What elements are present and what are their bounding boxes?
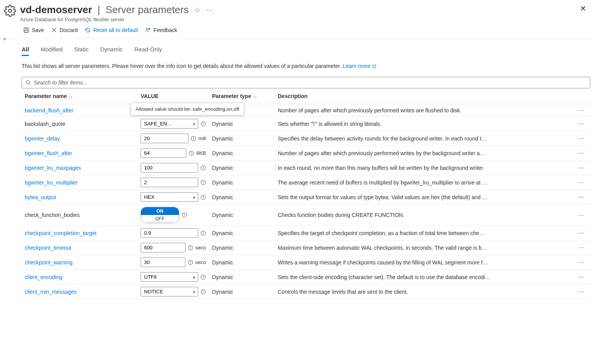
save-icon [23, 27, 29, 33]
title-separator: | [97, 4, 100, 16]
more-actions-icon[interactable]: ⋯ [206, 6, 213, 14]
info-icon[interactable] [189, 151, 194, 156]
expand-sidebar-icon[interactable]: » [3, 36, 6, 42]
row-more-icon[interactable]: ⋯ [578, 120, 584, 127]
sort-icon[interactable]: ↑↓ [68, 94, 73, 99]
row-more-icon[interactable]: ⋯ [578, 274, 584, 280]
col-header-desc[interactable]: Description [275, 88, 575, 104]
param-type: Dynamic [209, 117, 275, 131]
param-value-select[interactable]: SAFE_EN… [141, 119, 198, 129]
param-description: Writes a warning message if checkpoints … [275, 255, 575, 270]
info-icon[interactable] [200, 289, 206, 295]
row-more-icon[interactable]: ⋯ [578, 259, 584, 266]
col-header-ptype[interactable]: Parameter type↑↓ [209, 88, 275, 104]
param-value-select[interactable]: UTF8 [141, 272, 198, 282]
svg-point-44 [203, 290, 204, 291]
external-link-icon [372, 64, 377, 69]
svg-point-26 [203, 196, 204, 196]
param-description: Sets the client-side encoding (character… [275, 270, 575, 284]
tab-read-only[interactable]: Read-Only [134, 46, 162, 56]
info-icon[interactable] [188, 260, 193, 265]
table-row: checkpoint_warningsecoDynamicWrites a wa… [22, 255, 590, 270]
info-icon[interactable] [188, 245, 193, 251]
info-icon[interactable] [200, 195, 206, 200]
svg-point-35 [190, 246, 190, 247]
param-value-input[interactable] [141, 134, 189, 143]
feedback-icon [145, 27, 151, 33]
table-row: checkpoint_completion_targetDynamicSpeci… [22, 226, 590, 240]
param-link[interactable]: bgwriter_delay [25, 135, 60, 142]
param-link[interactable]: client_encoding [25, 274, 62, 280]
param-description: Maximum time between automatic WAL check… [275, 240, 575, 255]
param-link[interactable]: bytea_output [25, 194, 56, 200]
row-more-icon[interactable]: ⋯ [578, 179, 584, 186]
param-value-input[interactable] [141, 243, 185, 252]
param-link[interactable]: bgwriter_lru_maxpages [25, 165, 81, 171]
param-type: Dynamic [209, 131, 275, 146]
feedback-button[interactable]: Feedback [145, 27, 177, 33]
svg-point-6 [146, 28, 148, 30]
svg-point-17 [191, 152, 192, 152]
tab-static[interactable]: Static [74, 46, 89, 56]
tab-all[interactable]: All [22, 46, 29, 56]
discard-label: Discard [59, 27, 78, 33]
table-row: bgwriter_flush_after8KBDynamicNumber of … [22, 146, 590, 161]
tab-modified[interactable]: Modified [41, 46, 63, 56]
param-value-input[interactable] [141, 148, 186, 158]
param-value-input[interactable] [141, 178, 198, 187]
param-value-input[interactable] [141, 163, 198, 173]
favorite-star-icon[interactable]: ☆ [194, 6, 200, 14]
row-more-icon[interactable]: ⋯ [578, 244, 584, 251]
search-input[interactable] [22, 77, 590, 88]
info-icon[interactable] [200, 180, 206, 185]
row-more-icon[interactable]: ⋯ [578, 230, 584, 236]
param-value-input[interactable] [141, 257, 185, 267]
info-icon[interactable] [200, 274, 206, 280]
learn-more-link[interactable]: Learn more [343, 63, 376, 69]
param-link[interactable]: checkpoint_completion_target [25, 230, 97, 236]
param-link[interactable]: client_min_messages [25, 289, 77, 295]
table-row: client_min_messagesNOTICE▾DynamicControl… [22, 284, 590, 299]
discard-button[interactable]: Discard [51, 27, 78, 33]
tab-dynamic[interactable]: Dynamic [100, 46, 122, 56]
row-more-icon[interactable]: ⋯ [578, 194, 584, 200]
svg-point-32 [203, 232, 204, 232]
toggle-off[interactable]: OFF [141, 215, 179, 223]
row-more-icon[interactable]: ⋯ [578, 288, 584, 295]
param-value-input[interactable] [141, 228, 198, 238]
tooltip: Allowed value should be: safe_encoding,o… [131, 103, 244, 115]
param-value-toggle[interactable]: ONOFF [141, 207, 179, 223]
save-button[interactable]: Save [23, 27, 44, 33]
info-icon[interactable] [200, 165, 206, 171]
param-type: Dynamic [209, 270, 275, 284]
param-link[interactable]: backend_flush_after [25, 107, 73, 113]
reset-all-button[interactable]: Reset all to default [85, 27, 138, 33]
sort-icon[interactable]: ↑↓ [253, 94, 257, 99]
svg-point-23 [203, 181, 204, 181]
param-link[interactable]: bgwriter_lru_multiplier [25, 179, 78, 186]
info-icon[interactable] [191, 136, 196, 141]
param-value-select[interactable]: HEX [141, 192, 198, 202]
param-link[interactable]: checkpoint_timeout [25, 245, 71, 251]
param-link[interactable]: bgwriter_flush_after [25, 150, 72, 156]
row-more-icon[interactable]: ⋯ [578, 212, 584, 218]
param-value-select[interactable]: NOTICE [141, 287, 198, 296]
param-link[interactable]: checkpoint_warning [25, 259, 73, 266]
row-more-icon[interactable]: ⋯ [578, 107, 584, 113]
row-more-icon[interactable]: ⋯ [578, 164, 584, 171]
svg-rect-2 [25, 28, 27, 29]
param-type: Dynamic [209, 146, 275, 161]
toggle-on[interactable]: ON [141, 207, 179, 215]
save-label: Save [32, 27, 44, 33]
feedback-label: Feedback [153, 27, 177, 33]
info-icon[interactable] [182, 212, 187, 218]
col-header-name[interactable]: Parameter name↑↓ [22, 88, 138, 104]
row-more-icon[interactable]: ⋯ [578, 135, 584, 142]
row-more-icon[interactable]: ⋯ [578, 150, 584, 156]
param-type: Dynamic [209, 284, 275, 299]
info-icon[interactable] [200, 230, 206, 236]
table-row: bgwriter_delaymillDynamicSpecifies the d… [22, 131, 590, 146]
close-icon[interactable]: ✕ [580, 4, 586, 13]
info-icon[interactable] [200, 121, 206, 127]
col-header-value[interactable]: VALUE [138, 88, 209, 104]
